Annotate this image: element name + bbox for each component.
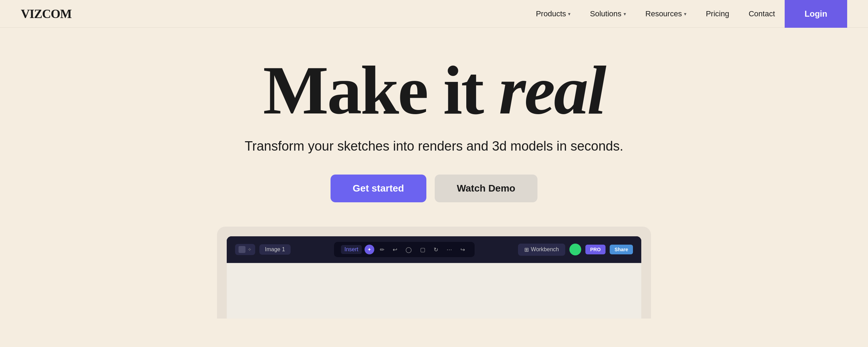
- toolbar-right: ⊞ Workbench PRO Share: [518, 244, 633, 256]
- app-toolbar: ✧ Image 1 Insert ✦ ✏ ↩ ◯ ▢ ↻ ⋯ ↪: [227, 236, 641, 263]
- workbench-icon: ⊞: [524, 246, 529, 253]
- hero-title-text: Make it: [263, 52, 499, 128]
- nav-contact-label: Contact: [749, 9, 775, 18]
- app-preview-container: ✧ Image 1 Insert ✦ ✏ ↩ ◯ ▢ ↻ ⋯ ↪: [21, 227, 847, 319]
- nav-products-label: Products: [536, 9, 566, 18]
- chevron-down-icon: ▾: [568, 11, 570, 17]
- nav-contact[interactable]: Contact: [739, 6, 785, 22]
- hero-title-italic: real: [499, 52, 605, 128]
- nav-links: Products ▾ Solutions ▾ Resources ▾ Prici…: [526, 0, 847, 28]
- hero-buttons: Get started Watch Demo: [331, 175, 537, 202]
- toolbar-rect-icon[interactable]: ▢: [417, 245, 428, 254]
- toolbar-pencil-icon[interactable]: ✏: [377, 245, 387, 254]
- nav-pricing[interactable]: Pricing: [696, 6, 739, 22]
- user-avatar: [569, 244, 581, 255]
- app-canvas: [227, 263, 641, 319]
- toolbar-logo: ✧: [235, 244, 255, 255]
- nav-solutions[interactable]: Solutions ▾: [580, 6, 636, 22]
- workbench-label: Workbench: [531, 246, 559, 253]
- nav-solutions-label: Solutions: [590, 9, 621, 18]
- share-button[interactable]: Share: [610, 245, 633, 254]
- toolbar-more-icon[interactable]: ⋯: [444, 245, 455, 254]
- watch-demo-button[interactable]: Watch Demo: [435, 175, 538, 202]
- pro-badge: PRO: [585, 245, 606, 254]
- chevron-down-icon: ▾: [684, 11, 686, 17]
- toolbar-center: Insert ✦ ✏ ↩ ◯ ▢ ↻ ⋯ ↪: [334, 242, 475, 257]
- hero-title: Make it real: [263, 56, 605, 125]
- login-button[interactable]: Login: [785, 0, 847, 28]
- toolbar-icon-active[interactable]: ✦: [365, 245, 374, 254]
- app-window: ✧ Image 1 Insert ✦ ✏ ↩ ◯ ▢ ↻ ⋯ ↪: [227, 236, 641, 319]
- toolbar-undo-icon[interactable]: ↩: [390, 245, 400, 254]
- hero-section: Make it real Transform your sketches int…: [0, 28, 868, 332]
- toolbar-circle-icon[interactable]: ◯: [403, 245, 415, 254]
- toolbar-logo-mark: ✧: [248, 247, 252, 252]
- chevron-down-icon: ▾: [624, 11, 626, 17]
- nav-resources[interactable]: Resources ▾: [636, 6, 696, 22]
- nav-pricing-label: Pricing: [706, 9, 729, 18]
- toolbar-redo-icon[interactable]: ↪: [458, 245, 468, 254]
- toolbar-rotate-icon[interactable]: ↻: [431, 245, 441, 254]
- toolbar-file-label[interactable]: Image 1: [259, 244, 291, 255]
- logo[interactable]: VIZCOM: [21, 7, 72, 21]
- nav-products[interactable]: Products ▾: [526, 6, 580, 22]
- app-preview: ✧ Image 1 Insert ✦ ✏ ↩ ◯ ▢ ↻ ⋯ ↪: [217, 227, 651, 319]
- navbar: VIZCOM Products ▾ Solutions ▾ Resources …: [0, 0, 868, 28]
- toolbar-left: ✧ Image 1: [235, 244, 291, 255]
- get-started-button[interactable]: Get started: [331, 175, 426, 202]
- nav-resources-label: Resources: [645, 9, 682, 18]
- hero-subtitle: Transform your sketches into renders and…: [245, 139, 624, 154]
- insert-button[interactable]: Insert: [341, 245, 362, 254]
- workbench-button[interactable]: ⊞ Workbench: [518, 244, 565, 256]
- toolbar-logo-icon: [239, 246, 245, 253]
